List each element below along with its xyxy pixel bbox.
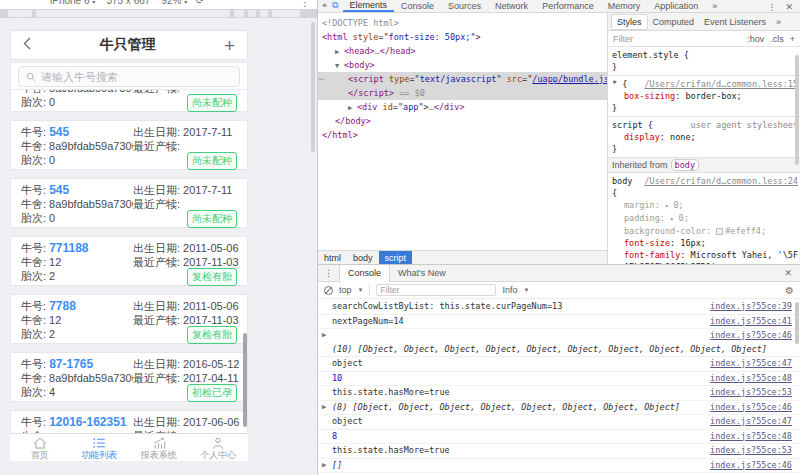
css-property[interactable]: font-family: Microsoft Yahei, '\5FAE\8F6…	[612, 249, 798, 264]
styles-toolbar-control[interactable]: +	[790, 34, 795, 44]
dom-tree-node[interactable]: ⋯<script type="text/javascript" src="/ua…	[318, 72, 607, 86]
console-level-select[interactable]: Info	[502, 285, 517, 295]
dom-tree-node[interactable]: ▼<body>	[318, 58, 607, 72]
dom-tree-node[interactable]: </body>	[318, 114, 607, 128]
source-link[interactable]: index.js?55ce:46	[702, 329, 792, 343]
devtools-tab-console[interactable]: Console	[394, 0, 441, 12]
cow-number[interactable]: 牛号: 87-1765	[21, 358, 93, 370]
source-link[interactable]: index.js?55ce:47	[702, 415, 792, 429]
console-context-select[interactable]: top	[339, 285, 352, 295]
devtools-tab-network[interactable]: Network	[488, 0, 535, 12]
devtools-tab-memory[interactable]: Memory	[601, 0, 648, 12]
close-icon[interactable]: ✕	[785, 2, 793, 12]
stylesheet-link[interactable]: /Users/crifan/d…common.less:15	[644, 78, 798, 90]
back-button[interactable]	[23, 36, 31, 54]
list-item[interactable]: 牛号: 7788出生日期: 2011-05-06牛舍: 12最近产犊: 2017…	[10, 294, 248, 344]
source-link[interactable]: index.js?55ce:41	[702, 315, 792, 329]
source-link[interactable]: index.js?55ce:48	[702, 372, 792, 386]
media-query-segment[interactable]	[234, 10, 244, 17]
search-input[interactable]	[41, 71, 232, 83]
expand-arrow-icon[interactable]: ▶	[322, 459, 326, 473]
gear-icon[interactable]: ⚙	[785, 285, 794, 296]
expand-arrow-icon[interactable]: ▼	[335, 59, 344, 73]
tab-功能列表[interactable]: 功能列表	[70, 434, 130, 461]
css-property[interactable]: font-size: 16px;	[612, 237, 798, 249]
breadcrumb-item-script[interactable]: script	[379, 251, 413, 265]
css-property[interactable]: display: none;	[612, 131, 798, 143]
cow-number[interactable]: 牛号: 545	[21, 126, 69, 138]
breadcrumb-item-html[interactable]: html	[318, 251, 347, 265]
stylesheet-link[interactable]: /Users/crifan/d…common.less:24	[644, 175, 798, 187]
devtools-tab-sources[interactable]: Sources	[441, 0, 488, 12]
list-scrollbar[interactable]	[243, 333, 247, 427]
console-filter-input[interactable]	[376, 284, 496, 296]
list-item[interactable]: 牛号: 771188出生日期: 2011-05-06牛舍: 12最近产犊: 20…	[10, 236, 248, 286]
list-item[interactable]: 牛号: 545出生日期: 2017-7-11牛舍: 8a9bfdab59a730…	[10, 178, 248, 228]
cow-number[interactable]: 牛号: 545	[21, 184, 69, 196]
styles-tab-styles[interactable]: Styles	[611, 14, 648, 30]
media-query-segment[interactable]	[260, 10, 268, 17]
add-button[interactable]: +	[224, 36, 235, 55]
source-link[interactable]: index.js?55ce:53	[702, 386, 792, 400]
list-item[interactable]: 牛号: 87-1765出生日期: 2016-05-12牛舍: 8a9bfdab5…	[10, 352, 248, 402]
tab-报表系统[interactable]: 报表系统	[129, 434, 189, 461]
console-scrollbar[interactable]	[795, 302, 799, 344]
source-link[interactable]: index.js?55ce:47	[702, 357, 792, 371]
console-tab-console[interactable]: Console	[339, 265, 390, 282]
breadcrumb-item-body[interactable]: body	[347, 251, 379, 265]
dom-tree-node[interactable]: </script> == $0	[318, 86, 607, 100]
device-zoom-select[interactable]: 92%	[161, 0, 181, 6]
clear-console-icon[interactable]	[324, 286, 333, 295]
dom-tree-node[interactable]: ▶<div id="app">…</div>	[318, 100, 607, 114]
devtools-tab-»[interactable]: »	[705, 0, 724, 12]
css-selector[interactable]: * {	[612, 78, 627, 90]
css-selector[interactable]: body	[612, 175, 632, 187]
devtools-tab-elements[interactable]: Elements	[343, 0, 395, 12]
devtools-tab-performance[interactable]: Performance	[535, 0, 601, 12]
styles-tab-computed[interactable]: Computed	[648, 15, 700, 29]
console-tab-what-s-new[interactable]: What's New	[390, 265, 454, 282]
media-query-segment[interactable]	[272, 10, 300, 17]
css-property[interactable]: padding: ▸ 0;	[612, 212, 798, 225]
dom-tree-node[interactable]: </html>	[318, 128, 607, 142]
resource-link[interactable]: /uapp/bundle.js	[532, 74, 607, 84]
device-select[interactable]: iPhone 6	[50, 0, 89, 6]
close-icon[interactable]: ✕	[784, 268, 800, 278]
viewport-scrollbar[interactable]	[311, 22, 315, 152]
expand-arrow-icon[interactable]: ▶	[322, 401, 326, 415]
cow-number[interactable]: 牛号: 771188	[21, 242, 89, 254]
styles-scrollbar[interactable]	[795, 55, 799, 165]
source-link[interactable]: index.js?55ce:46	[702, 459, 792, 473]
inspect-element-icon[interactable]: ⌖	[322, 0, 327, 11]
styles-toolbar-control[interactable]: :hov	[747, 34, 764, 44]
cow-number[interactable]: 牛号: 7788	[21, 300, 76, 312]
color-swatch[interactable]	[716, 228, 723, 235]
expand-arrow-icon[interactable]: ▸	[665, 202, 673, 210]
media-query-segment[interactable]	[36, 10, 230, 17]
rotate-icon[interactable]: ⟳	[196, 0, 204, 6]
cow-number[interactable]: 牛号: 12016-162351	[21, 416, 127, 428]
kebab-menu-icon[interactable]: ⋮	[767, 2, 776, 12]
dom-tree-node[interactable]: <!DOCTYPE html>	[318, 16, 607, 30]
styles-tab-»[interactable]: »	[771, 15, 786, 29]
media-query-segment[interactable]	[8, 10, 32, 17]
css-property[interactable]: box-sizing: border-box;	[612, 90, 798, 102]
source-link[interactable]: index.js?55ce:53	[702, 444, 792, 458]
expand-arrow-icon[interactable]: ▶	[348, 101, 357, 115]
expand-arrow-icon[interactable]: ▶	[335, 45, 344, 59]
styles-toolbar-control[interactable]: .cls	[770, 34, 784, 44]
list-item[interactable]: 牛号: 545出生日期: 2017-7-11牛舍: 8a9bfdab59a730…	[10, 120, 248, 170]
styles-filter-input[interactable]: Filter	[613, 34, 633, 44]
device-toolbar-menu-icon[interactable]: ⋮	[300, 0, 310, 8]
media-query-segment[interactable]	[248, 10, 256, 17]
css-selector[interactable]: script {	[612, 119, 653, 131]
css-selector[interactable]: element.style {	[612, 49, 689, 61]
source-link[interactable]: index.js?55ce:48	[702, 430, 792, 444]
styles-tab-event-listeners[interactable]: Event Listeners	[699, 15, 771, 29]
expand-arrow-icon[interactable]: ▶	[322, 329, 326, 343]
tab-个人中心[interactable]: 个人中心	[189, 434, 249, 461]
source-link[interactable]: index.js?55ce:39	[702, 300, 792, 314]
source-link[interactable]: index.js?55ce:46	[702, 401, 792, 415]
inherited-node-chip[interactable]: body	[671, 159, 699, 171]
kebab-menu-icon[interactable]: ⋮	[318, 268, 339, 278]
